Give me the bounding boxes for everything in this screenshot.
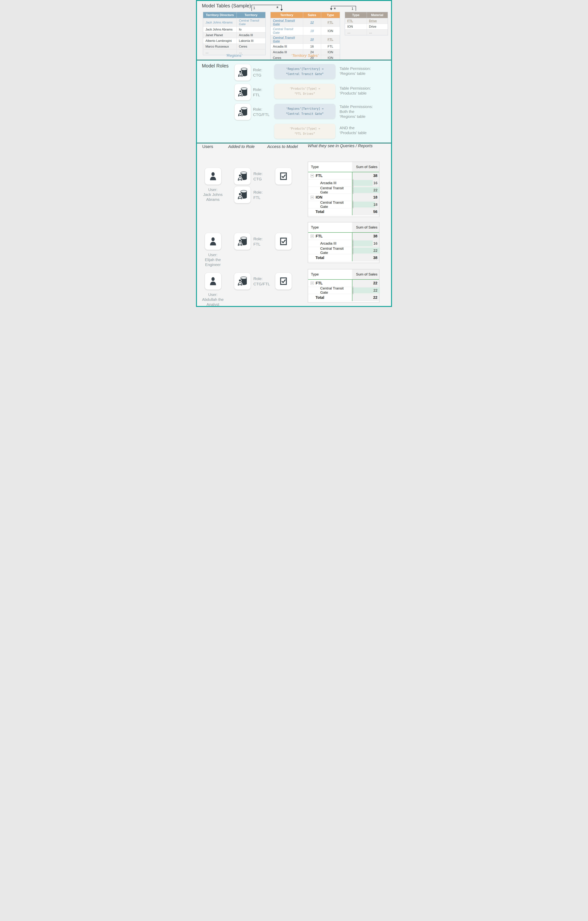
report-col-type: Type [308,269,352,279]
cell: 18 [303,27,321,35]
pivot-report-elijah: Type Sum of Sales FTL 38 Arcadia III 16 … [308,222,380,263]
role-icon-card [234,103,251,120]
table-row: Central Transit Gate 10 FTL [270,35,340,44]
table-row: Arcadia III 16 FTL [270,44,340,49]
rls-diagram: Model Tables (Sample) 1 * * 1 Territory … [196,0,392,307]
collapse-icon [310,234,314,238]
cardinality-one-label: 1 [253,6,255,10]
access-to-model-column-header: Access to Model [267,144,298,149]
relationship-line-regions-end [252,5,252,11]
report-detail-row: Arcadia III 16 [308,179,379,187]
cell: … [367,29,388,36]
report-group-row: FTL 38 [308,233,379,240]
products-table: Type Material FTL Drive ION Drive … … [345,12,388,36]
report-col-sum: Sum of Sales [352,162,379,172]
cell: 12 [303,18,321,27]
cell: Io [237,27,265,33]
user-name-label: User: Jack Johns Abrams [199,187,227,202]
cardinality-one-label: 1 [351,7,354,11]
role-icon-card [234,233,251,250]
permission-note: Table Permissions: Both the ‘Regions’ ta… [339,104,373,119]
cell: Arcadia III [237,33,265,38]
column-header: Territory [237,12,265,18]
table-row: Central Transit Gate 12 FTL [270,18,340,27]
relationship-line-regions-arrow-stem [281,5,282,9]
cell: Central Transit Gate [270,27,303,35]
reports-column-header: What they see in Queries / Reports [308,143,372,148]
cell: Central Transit Gate [237,18,265,27]
report-header: Type Sum of Sales [308,223,379,233]
cardinality-many-label: * [334,7,336,11]
column-header: Sales [303,12,321,18]
cell: FTL [321,18,340,27]
role-label: Role: CTG/FTL [253,276,270,286]
report-col-sum: Sum of Sales [352,269,379,279]
dax-filter-regions: ‘Regions’[Territory] = “Central Transit … [274,104,335,119]
dax-filter-products: ‘Products’[Type] = “FTL Drives” [274,124,335,139]
report-detail-row: Central Transit Gate 22 [308,187,379,194]
cell: Marco Russeaux [203,44,237,49]
table-row: Janet Planet Arcadia III [203,33,265,38]
cell: Jack Johns Abrams [203,18,237,27]
table-row: … … [345,29,388,36]
cell: Central Transit Gate [270,35,303,44]
report-col-type: Type [308,162,352,172]
collapse-icon [310,196,314,199]
column-header: Type [345,12,367,18]
role-icon-card [234,273,251,290]
table-row: Central Transit Gate 18 ION [270,27,340,35]
access-granted-card [275,168,292,185]
arrow-down-icon [330,8,332,10]
report-total-row: Total 22 [308,294,379,301]
dax-filter-regions: ‘Regions’[Territory] = “Central Transit … [274,64,335,79]
checked-checkbox-icon [278,276,289,286]
column-header: Material [367,12,388,18]
role-label: Role: CTG [253,67,262,78]
cell: Lakonía III [237,38,265,44]
column-header: Territory [270,12,303,18]
cell: Central Transit Gate [270,18,303,27]
collapse-icon [310,282,314,285]
collapse-icon [310,174,314,177]
regions-table: Territory Directors Territory Jack Johns… [203,12,266,55]
role-label: Role: FTL [253,87,262,98]
role-label: Role: FTL [253,190,263,200]
cell: ION [345,24,367,29]
report-header: Type Sum of Sales [308,162,379,172]
table-header-row: Type Material [345,12,388,18]
table-header-row: Territory Directors Territory [203,12,265,18]
cell: Jack Johns Abrams [203,27,237,33]
data-bar [353,202,375,207]
database-role-icon [237,189,248,200]
database-role-icon [237,171,248,182]
cell: Janet Planet [203,33,237,38]
role-icon-card [234,168,251,185]
cell: … [345,29,367,36]
cell: FTL [321,35,340,44]
report-total-row: Total 56 [308,208,379,215]
permission-note: Table Permission: ‘Products’ table [339,86,371,96]
user-name-label: User: Elijah the Engineer [199,252,227,267]
added-to-role-column-header: Added to Role [228,144,255,149]
table-row: FTL Drive [345,18,388,24]
report-col-sum: Sum of Sales [352,223,379,232]
user-icon-card [205,233,221,250]
cell: FTL [345,18,367,24]
user-icon [208,236,218,247]
table-row: Jack Johns Abrams Io [203,27,265,33]
role-icon-card [234,84,251,101]
permission-note: AND the ‘Products’ table [339,125,367,135]
table-header-row: Territory Sales Type [270,12,340,18]
report-total-row: Total 38 [308,254,379,262]
cell: Drive [367,24,388,29]
report-detail-row: Central Transit Gate 22 [308,287,379,294]
report-group-row: FTL 22 [308,280,379,287]
report-col-type: Type [308,223,352,232]
role-icon-card [234,186,251,203]
cell: Ceres [237,44,265,49]
access-granted-card [275,273,292,290]
cell: 16 [303,44,321,49]
table-row: Marco Russeaux Ceres [203,44,265,49]
data-bar [353,180,373,186]
database-role-icon [237,106,248,117]
